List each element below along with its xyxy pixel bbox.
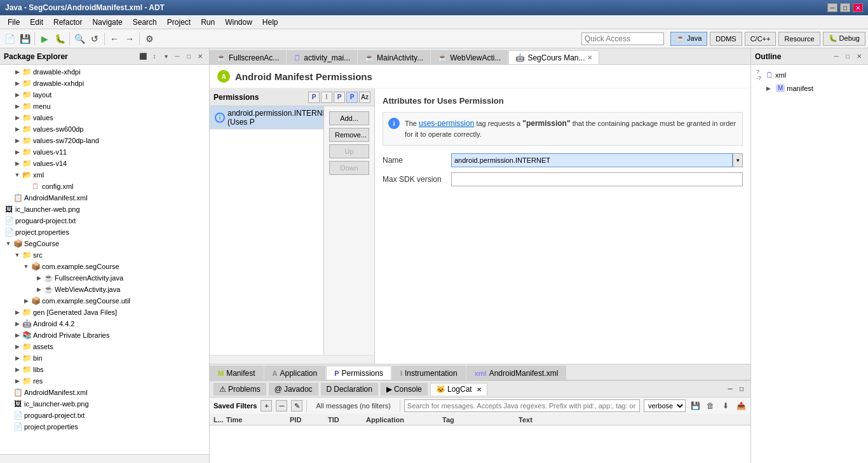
tree-toggle[interactable]: ▶ [13,79,22,88]
tree-item-drawable-xxhdpi[interactable]: ▶ 📁 drawable-xxhdpi [0,78,209,89]
tree-toggle[interactable]: ▶ [13,342,22,351]
tree-item-android-private-libs[interactable]: ▶ 📚 Android Private Libraries [0,329,209,341]
log-save-btn[interactable]: 💾 [689,400,701,411]
toolbar-refresh-btn[interactable]: ↺ [88,32,102,46]
menu-navigate[interactable]: Navigate [87,17,127,28]
perspective-cpp[interactable]: C/C++ [745,32,776,46]
uses-permission-link[interactable]: uses-permission [419,119,474,128]
log-minimize-btn[interactable]: ─ [725,384,735,394]
tree-item-values-sw600dp[interactable]: ▶ 📁 values-sw600dp [0,123,209,135]
menu-help[interactable]: Help [257,17,283,28]
minimize-button[interactable]: ─ [827,3,837,12]
outline-item-manifest[interactable]: ▶ M manifest [754,83,865,93]
perm-icon-P1[interactable]: P [308,92,320,103]
close-button[interactable]: ✕ [853,3,863,12]
tree-toggle[interactable]: ▶ [13,331,22,340]
toolbar-back-btn[interactable]: ← [107,32,121,46]
tree-toggle[interactable]: ▶ [34,273,43,282]
log-tab-problems[interactable]: ⚠ Problems [214,383,266,396]
remove-filter-btn[interactable]: ─ [276,400,287,411]
logcat-tab-close[interactable]: ✕ [477,386,482,393]
tab-close-icon[interactable]: ✕ [587,54,592,61]
toolbar-forward-btn[interactable]: → [123,32,137,46]
perm-icon-P3[interactable]: P [346,92,358,103]
tree-toggle[interactable]: ▶ [13,308,22,317]
toolbar-more-btn[interactable]: ⚙ [142,32,156,46]
tree-toggle[interactable]: ▶ [13,136,22,145]
tree-item-com-example-segcourse-util[interactable]: ▶ 📦 com.example.segCourse.util [0,295,209,307]
tree-item-menu[interactable]: ▶ 📁 menu [0,100,209,112]
outline-maximize[interactable]: □ [843,52,853,62]
toolbar-debug-btn[interactable]: 🐛 [53,32,67,46]
tree-item-values-v14[interactable]: ▶ 📁 values-v14 [0,158,209,169]
tree-item-layout[interactable]: ▶ 📁 layout [0,89,209,100]
outline-close[interactable]: ✕ [854,52,864,62]
tree-item-assets[interactable]: ▶ 📁 assets [0,341,209,352]
tree-item-webview-activity[interactable]: ▶ ☕ WebViewActivity.java [0,284,209,295]
perm-icon-az[interactable]: Az [359,92,370,103]
tree-toggle-xml[interactable]: ▼ [13,170,22,179]
tree-toggle[interactable]: ▶ [13,148,22,156]
menu-project[interactable]: Project [162,17,196,28]
tree-item-project-properties[interactable]: 📄 project.properties [0,226,209,238]
tree-item-ic-launcher-web[interactable]: 🖼 ic_launcher-web.png [0,204,209,215]
tree-toggle[interactable]: ▼ [13,251,22,259]
tree-item-xml[interactable]: ▼ 📂 xml [0,169,209,181]
menu-window[interactable]: Window [220,17,257,28]
manifest-tab-manifest[interactable]: M Manifest [210,366,264,380]
max-sdk-input[interactable] [451,172,743,186]
quick-access-input[interactable] [581,32,664,45]
menu-edit[interactable]: Edit [25,17,48,28]
toolbar-search-btn[interactable]: 🔍 [72,32,86,46]
log-verbose-select[interactable]: verbose [644,399,686,412]
perspective-java[interactable]: ☕ Java [670,32,707,46]
tree-horizontal-scrollbar[interactable] [0,454,209,463]
log-tab-declaration[interactable]: D Declaration [321,383,378,396]
perm-icon-P2[interactable]: P [334,92,345,103]
tree-item-proguard-project[interactable]: 📄 proguard-project.txt [0,215,209,226]
package-explorer-close[interactable]: ✕ [195,52,205,62]
tree-toggle[interactable]: ▼ [22,262,31,271]
add-permission-button[interactable]: Add... [329,111,369,125]
toolbar-run-btn[interactable]: ▶ [37,32,51,46]
tree-toggle[interactable]: ▶ [34,285,43,294]
toolbar-new-btn[interactable]: 📄 [3,32,17,46]
perspective-debug[interactable]: 🐛 Debug [823,32,865,46]
tree-item-segcourse-manifest[interactable]: 📋 AndroidManifest.xml [0,387,209,398]
name-dropdown-button[interactable]: ▾ [733,153,743,167]
menu-refactor[interactable]: Refactor [48,17,87,28]
tree-item-segcourse-proguard[interactable]: 📄 proguard-project.txt [0,410,209,421]
tree-toggle-segcourse[interactable]: ▼ [4,239,13,248]
perspective-ddms[interactable]: DDMS [710,32,742,46]
outline-item-xml[interactable]: ?-? 🗒 xml [754,67,865,83]
perspective-resource[interactable]: Resource [778,32,820,46]
package-explorer-minimize[interactable]: ─ [172,52,182,62]
menu-file[interactable]: File [3,17,25,28]
editor-tab-activity-main[interactable]: 🗒 activity_mai... [287,50,357,64]
package-explorer-collapse-all[interactable]: ⬛ [138,52,148,62]
edit-filter-btn[interactable]: ✎ [291,400,302,411]
log-export-btn[interactable]: 📤 [735,400,747,411]
log-tab-logcat[interactable]: 🐱 LogCat ✕ [430,383,487,396]
up-permission-button[interactable]: Up [329,144,369,158]
tree-toggle[interactable]: ▶ [13,125,22,134]
editor-tab-segcours-manifest[interactable]: 🤖 SegCours Man... ✕ [508,50,599,64]
tree-item-androidmanifest[interactable]: 📋 AndroidManifest.xml [0,192,209,204]
tree-item-segcourse-ic-launcher[interactable]: 🖼 ic_launcher-web.png [0,398,209,410]
toolbar-save-btn[interactable]: 💾 [18,32,32,46]
tree-item-config-xml[interactable]: 🗒 config.xml [0,181,209,192]
tree-item-android-442[interactable]: ▶ 🤖 Android 4.4.2 [0,318,209,329]
tree-item-drawable-xhdpi[interactable]: ▶ 📁 drawable-xhdpi [0,66,209,78]
log-search-input[interactable] [404,399,640,412]
tree-item-values[interactable]: ▶ 📁 values [0,112,209,123]
remove-permission-button[interactable]: Remove... [329,128,369,142]
tree-toggle[interactable]: ▶ [13,67,22,76]
editor-tab-fullscreen[interactable]: ☕ FullscreenAc... [210,50,286,64]
tree-item-bin[interactable]: ▶ 📁 bin [0,352,209,364]
perm-icon-I[interactable]: I [321,92,332,103]
package-explorer-maximize[interactable]: □ [184,52,194,62]
manifest-tab-permissions[interactable]: P Permissions [326,366,391,380]
tree-toggle[interactable]: ▶ [13,113,22,122]
tree-item-src[interactable]: ▼ 📁 src [0,249,209,261]
log-maximize-btn[interactable]: □ [736,384,747,394]
